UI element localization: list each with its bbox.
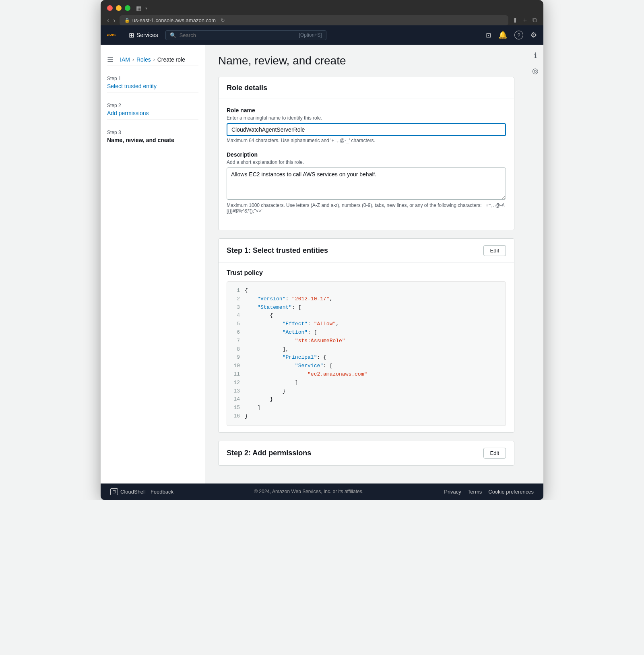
- sidebar-step-2: Step 2 Add permissions: [101, 99, 205, 120]
- sidebar-top: ☰ IAM › Roles › Create role: [101, 51, 205, 66]
- right-sidebar: ℹ ◎: [527, 45, 543, 484]
- aws-logo[interactable]: aws: [107, 30, 120, 40]
- trust-policy-section: Trust policy 1 { 2 "Version": "2012-10-1…: [219, 263, 514, 432]
- breadcrumb-roles[interactable]: Roles: [136, 56, 151, 63]
- settings-icon[interactable]: ⚙: [530, 31, 537, 39]
- role-name-limit: Maximum 64 characters. Use alphanumeric …: [227, 138, 506, 143]
- step1-label: Step 1: [107, 76, 198, 81]
- role-name-label: Role name: [227, 107, 506, 114]
- code-line-10: 10 "Service": [: [232, 362, 501, 370]
- terminal-icon[interactable]: ⊡: [486, 31, 491, 39]
- nav-action-icons: ⊡ 🔔 ? ⚙: [486, 31, 537, 39]
- help-icon[interactable]: ?: [514, 31, 523, 39]
- code-line-14: 14 }: [232, 395, 501, 404]
- browser-traffic-lights: ▦ ▾: [107, 5, 537, 11]
- step3-current: Name, review, and create: [107, 137, 198, 143]
- step3-label: Step 3: [107, 130, 198, 135]
- cloudshell-icon: ⊡: [110, 488, 118, 495]
- back-button[interactable]: ‹: [107, 17, 109, 24]
- address-bar[interactable]: 🔒 us-east-1.console.aws.amazon.com ↻: [120, 15, 508, 25]
- step2-link[interactable]: Add permissions: [107, 110, 198, 116]
- breadcrumb-iam[interactable]: IAM: [120, 56, 130, 63]
- code-line-6: 6 "Action": [: [232, 329, 501, 337]
- browser-action-icons: ⬆ + ⧉: [512, 17, 537, 24]
- cloudshell-label: CloudShell: [120, 489, 146, 495]
- page-title: Name, review, and create: [218, 54, 514, 67]
- global-search[interactable]: 🔍 [Option+S]: [165, 30, 326, 40]
- browser-chrome: ▦ ▾ ‹ › 🔒 us-east-1.console.aws.amazon.c…: [101, 0, 543, 25]
- chevron-down-icon: ▾: [145, 6, 147, 10]
- code-line-11: 11 "ec2.amazonaws.com": [232, 370, 501, 379]
- breadcrumb: IAM › Roles › Create role: [120, 56, 185, 63]
- info-icon[interactable]: ℹ: [534, 51, 537, 60]
- description-label: Description: [227, 151, 506, 158]
- role-details-card: Role details Role name Enter a meaningfu…: [218, 77, 514, 230]
- share-icon[interactable]: ⬆: [512, 17, 518, 24]
- step2-label: Step 2: [107, 103, 198, 108]
- role-name-input[interactable]: [227, 123, 506, 136]
- minimize-window-button[interactable]: [116, 5, 122, 11]
- breadcrumb-sep-1: ›: [132, 57, 134, 62]
- main-content: Name, review, and create Role details Ro…: [205, 45, 527, 484]
- code-line-3: 3 "Statement": [: [232, 304, 501, 312]
- grid-icon: ⊞: [129, 31, 134, 39]
- step1-link[interactable]: Select trusted entity: [107, 83, 198, 89]
- svg-text:aws: aws: [107, 32, 116, 37]
- role-name-field: Role name Enter a meaningful name to ide…: [227, 107, 506, 143]
- forward-button[interactable]: ›: [113, 17, 115, 24]
- cookie-preferences-link[interactable]: Cookie preferences: [488, 489, 534, 495]
- cloudshell-button[interactable]: ⊡ CloudShell: [110, 488, 146, 495]
- sidebar-step-3: Step 3 Name, review, and create: [101, 126, 205, 147]
- breadcrumb-sep-2: ›: [153, 57, 155, 62]
- new-tab-icon[interactable]: +: [523, 17, 527, 24]
- code-line-12: 12 ]: [232, 379, 501, 387]
- services-label: Services: [136, 32, 158, 38]
- terms-link[interactable]: Terms: [468, 489, 482, 495]
- step1-edit-button[interactable]: Edit: [483, 245, 506, 256]
- code-line-7: 7 "sts:AssumeRole": [232, 337, 501, 345]
- step2-edit-button[interactable]: Edit: [483, 448, 506, 459]
- browser-toolbar: ‹ › 🔒 us-east-1.console.aws.amazon.com ↻…: [107, 15, 537, 25]
- privacy-link[interactable]: Privacy: [444, 489, 461, 495]
- code-line-2: 2 "Version": "2012-10-17",: [232, 295, 501, 304]
- search-input[interactable]: [180, 32, 296, 38]
- step1-section-header: Step 1: Select trusted entities Edit: [219, 239, 514, 263]
- code-line-4: 4 {: [232, 312, 501, 320]
- footer-left: ⊡ CloudShell Feedback: [110, 488, 173, 495]
- trust-policy-title: Trust policy: [227, 269, 506, 277]
- close-window-button[interactable]: [107, 5, 113, 11]
- sidebar-divider-2: [107, 93, 198, 93]
- step1-section-title: Step 1: Select trusted entities: [227, 246, 328, 255]
- breadcrumb-current: Create role: [157, 56, 185, 63]
- maximize-window-button[interactable]: [125, 5, 130, 11]
- sidebar-step-1: Step 1 Select trusted entity: [101, 72, 205, 93]
- code-line-15: 15 ]: [232, 404, 501, 412]
- footer-copyright: © 2024, Amazon Web Services, Inc. or its…: [254, 489, 363, 494]
- code-line-5: 5 "Effect": "Allow",: [232, 320, 501, 329]
- step1-section: Step 1: Select trusted entities Edit Tru…: [218, 238, 514, 433]
- role-details-body: Role name Enter a meaningful name to ide…: [219, 99, 514, 230]
- feedback-link[interactable]: Feedback: [151, 489, 173, 495]
- tabs-icon[interactable]: ⧉: [533, 17, 537, 24]
- code-line-1: 1 {: [232, 287, 501, 295]
- bookmark-icon[interactable]: ◎: [532, 66, 539, 75]
- hamburger-menu-icon[interactable]: ☰: [107, 55, 114, 64]
- aws-top-nav: aws ⊞ Services 🔍 [Option+S] ⊡ 🔔 ? ⚙: [101, 25, 543, 45]
- description-field: Description Add a short explanation for …: [227, 151, 506, 214]
- description-hint: Add a short explanation for this role.: [227, 159, 506, 165]
- sidebar-divider-3: [107, 120, 198, 120]
- description-textarea[interactable]: Allows EC2 instances to call AWS service…: [227, 167, 506, 200]
- bell-icon[interactable]: 🔔: [498, 31, 507, 39]
- step2-section-header: Step 2: Add permissions Edit: [219, 441, 514, 465]
- step2-section: Step 2: Add permissions Edit: [218, 441, 514, 466]
- reload-icon[interactable]: ↻: [221, 17, 225, 23]
- code-line-16: 16 }: [232, 412, 501, 421]
- trust-policy-code: 1 { 2 "Version": "2012-10-17", 3 "Statem…: [227, 281, 506, 426]
- code-line-13: 13 }: [232, 387, 501, 396]
- url-text: us-east-1.console.aws.amazon.com: [132, 17, 216, 23]
- services-menu-button[interactable]: ⊞ Services: [126, 30, 161, 41]
- code-line-8: 8 ],: [232, 345, 501, 354]
- lock-icon: 🔒: [124, 18, 130, 23]
- sidebar-toggle-icon[interactable]: ▦: [136, 5, 141, 11]
- code-line-9: 9 "Principal": {: [232, 353, 501, 362]
